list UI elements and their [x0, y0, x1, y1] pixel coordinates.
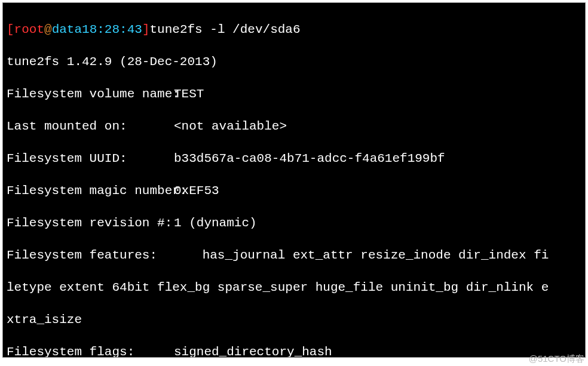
- prompt-host: data: [52, 23, 82, 36]
- label-volume-name: Filesystem volume name:: [7, 86, 174, 102]
- command-text: tune2fs -l /dev/sda6: [150, 23, 301, 36]
- prompt-time: 18:28:43: [82, 23, 142, 36]
- terminal-frame: [root@data18:28:43]tune2fs -l /dev/sda6 …: [2, 2, 586, 358]
- label-flags: Filesystem flags:: [7, 344, 174, 358]
- row-features-1: Filesystem features: has_journal ext_att…: [7, 247, 581, 263]
- label-uuid: Filesystem UUID:: [7, 150, 174, 167]
- row-uuid: Filesystem UUID:b33d567a-ca08-4b71-adcc-…: [7, 150, 581, 167]
- prompt-line: [root@data18:28:43]tune2fs -l /dev/sda6: [7, 21, 581, 38]
- row-magic: Filesystem magic number:0xEF53: [7, 183, 581, 199]
- terminal-output[interactable]: [root@data18:28:43]tune2fs -l /dev/sda6 …: [3, 3, 585, 357]
- label-magic: Filesystem magic number:: [7, 183, 174, 199]
- prompt-rbracket: ]: [142, 23, 150, 36]
- value-revision: 1 (dynamic): [174, 215, 257, 231]
- version-line: tune2fs 1.42.9 (28-Dec-2013): [7, 54, 581, 70]
- row-revision: Filesystem revision #:1 (dynamic): [7, 215, 581, 231]
- prompt-lbracket: [: [7, 23, 14, 36]
- row-features-2: letype extent 64bit flex_bg sparse_super…: [7, 279, 581, 296]
- prompt-user: root: [14, 23, 44, 36]
- value-volume-name: TEST: [174, 86, 204, 102]
- value-uuid: b33d567a-ca08-4b71-adcc-f4a61ef199bf: [174, 150, 445, 167]
- watermark-text: @51CTO博客: [529, 353, 584, 365]
- row-volume-name: Filesystem volume name:TEST: [7, 86, 581, 102]
- value-flags: signed_directory_hash: [174, 344, 332, 358]
- prompt-at: @: [44, 23, 52, 36]
- label-last-mount: Last mounted on:: [7, 118, 174, 134]
- row-last-mount: Last mounted on:<not available>: [7, 118, 581, 134]
- row-flags: Filesystem flags:signed_directory_hash: [7, 344, 581, 358]
- row-features-3: xtra_isize: [7, 312, 581, 328]
- value-last-mount: <not available>: [174, 118, 287, 134]
- label-revision: Filesystem revision #:: [7, 215, 174, 231]
- value-magic: 0xEF53: [174, 183, 219, 199]
